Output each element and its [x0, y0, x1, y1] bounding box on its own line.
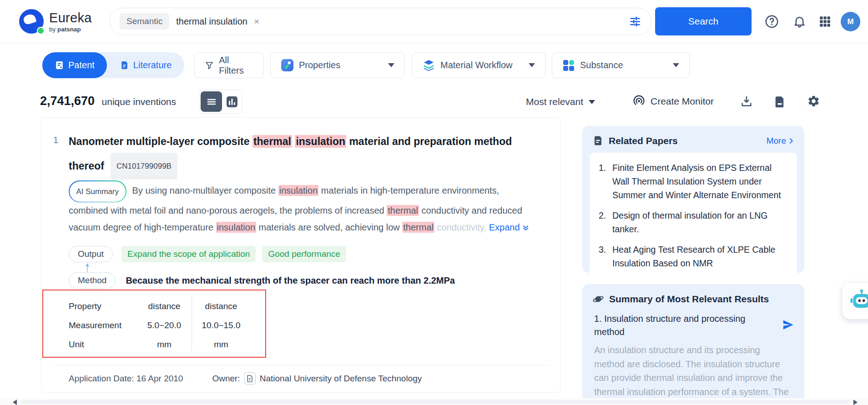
related-papers-doc-icon — [592, 135, 604, 146]
properties-label: Properties — [299, 60, 340, 70]
sort-caret-icon — [589, 100, 595, 104]
monitor-radar-icon — [632, 95, 646, 108]
apps-grid-icon — [819, 15, 831, 28]
save-card-icon — [773, 95, 786, 108]
download-icon — [740, 95, 753, 108]
property-table-highlight-box: Property distance distance Measurement 5… — [42, 290, 266, 358]
tab-patent[interactable]: Patent — [42, 52, 107, 78]
highlight-thermal: thermal — [252, 135, 292, 148]
tab-literature-label: Literature — [133, 60, 172, 70]
create-monitor-label: Create Monitor — [651, 96, 714, 107]
brand-byline: by patsnap — [49, 26, 92, 33]
chevron-right-icon — [788, 138, 794, 144]
properties-dropdown[interactable]: Properties — [270, 52, 405, 78]
help-button[interactable] — [764, 14, 779, 29]
top-bar: Eureka by patsnap Semantic thermal insul… — [0, 0, 868, 43]
funnel-icon — [205, 60, 214, 70]
ai-summary: AI SummaryBy using nano-multilayer compo… — [69, 180, 530, 236]
literature-doc-icon — [120, 60, 129, 70]
list-view-icon — [206, 96, 217, 107]
substance-caret-icon — [673, 63, 679, 67]
planet-icon — [592, 293, 604, 305]
output-pill[interactable]: Output — [69, 246, 113, 262]
results-count-label: unique inventions — [102, 96, 176, 107]
search-input[interactable]: Semantic thermal insulation × — [109, 8, 651, 35]
scrollbar-thumb[interactable] — [21, 400, 850, 404]
scroll-right-arrow[interactable] — [853, 400, 858, 405]
save-results-button[interactable] — [773, 95, 786, 108]
notifications-button[interactable] — [792, 15, 807, 29]
tab-literature[interactable]: Literature — [107, 60, 185, 70]
substance-icon — [562, 59, 575, 72]
apps-grid-button[interactable] — [819, 15, 831, 28]
sort-label: Most relevant — [526, 96, 583, 107]
chart-view-icon — [226, 96, 238, 108]
table-row: Measurement 5.0~20.0 10.0~15.0 — [43, 316, 265, 335]
list-view-button[interactable] — [201, 91, 222, 112]
brand-name: Eureka — [49, 10, 92, 25]
method-row: Method Because the mechanical strength o… — [69, 272, 455, 289]
patent-number-badge[interactable]: CN101799099B — [111, 153, 177, 180]
view-mode-toggle — [199, 90, 242, 114]
robot-icon — [849, 288, 868, 314]
help-icon — [764, 14, 779, 29]
method-text: Because the mechanical strength of the s… — [126, 275, 455, 286]
results-count: 2,741,670 unique inventions — [40, 94, 176, 108]
patent-title-link[interactable]: Nanometer multiple-layer composite therm… — [69, 130, 521, 180]
export-button[interactable] — [740, 95, 753, 108]
scroll-left-arrow[interactable] — [13, 400, 17, 405]
result-type-toggle: Patent Literature — [42, 52, 184, 78]
search-query[interactable]: thermal insulation — [176, 16, 247, 27]
related-papers-title: Related Papers — [609, 135, 678, 146]
ai-summary-badge: AI Summary — [69, 180, 126, 202]
owner-name-link[interactable]: National University of Defense Technolog… — [260, 374, 422, 384]
table-row: Unit mm mm — [43, 335, 265, 354]
create-monitor-button[interactable]: Create Monitor — [632, 95, 714, 108]
highlight-insulation: insulation — [295, 135, 346, 148]
clear-query-icon[interactable]: × — [254, 16, 259, 27]
related-papers-more-link[interactable]: More — [767, 136, 794, 146]
substance-dropdown[interactable]: Substance — [552, 52, 690, 78]
summary-panel: Summary of Most Relevant Results 1. Insu… — [582, 284, 804, 405]
material-workflow-caret-icon — [529, 63, 535, 67]
material-workflow-dropdown[interactable]: Material Workflow — [412, 52, 545, 78]
patent-doc-icon — [55, 60, 64, 70]
table-column-divider — [192, 296, 192, 351]
semantic-tag[interactable]: Semantic — [120, 13, 169, 30]
settings-button[interactable] — [807, 95, 820, 108]
patent-result-card: 1 Nanometer multiple-layer composite the… — [41, 117, 561, 393]
paper-item[interactable]: 2. Design of thermal insulation for an L… — [599, 209, 788, 236]
all-filters-button[interactable]: All Filters — [194, 52, 264, 78]
related-papers-list: 1. Finite Element Analysis on EPS Extern… — [590, 153, 797, 280]
horizontal-scrollbar[interactable] — [0, 398, 868, 405]
search-button[interactable]: Search — [655, 7, 752, 35]
material-workflow-icon — [422, 59, 435, 72]
sliders-icon — [629, 15, 641, 28]
company-icon — [244, 372, 256, 385]
chart-view-button[interactable] — [222, 96, 242, 108]
all-filters-label: All Filters — [219, 55, 253, 76]
bell-icon — [792, 15, 807, 29]
gear-icon — [807, 95, 820, 108]
advanced-filter-button[interactable] — [629, 15, 641, 28]
method-pill[interactable]: Method — [69, 272, 116, 289]
output-row: Output Expand the scope of application G… — [69, 246, 346, 262]
properties-icon — [281, 59, 294, 72]
table-row: Property distance distance — [43, 297, 265, 316]
expand-summary-link[interactable]: Expand — [489, 222, 529, 232]
output-tag[interactable]: Good performance — [262, 246, 346, 262]
chat-assistant-widget[interactable] — [843, 283, 868, 319]
property-table: Property distance distance Measurement 5… — [43, 297, 265, 354]
send-icon — [782, 319, 794, 331]
output-tag[interactable]: Expand the scope of application — [121, 246, 256, 262]
user-avatar[interactable]: M — [841, 12, 860, 31]
related-papers-panel: Related Papers More 1. Finite Element An… — [582, 126, 804, 273]
card-footer: Application Date: 16 Apr 2010 Owner: Nat… — [69, 372, 422, 385]
paper-item[interactable]: 3. Heat Aging Test Research of XLPE Cabl… — [599, 243, 788, 270]
paper-item[interactable]: 1. Finite Element Analysis on EPS Extern… — [599, 161, 788, 202]
send-button[interactable] — [782, 319, 794, 339]
summary-item-title[interactable]: 1. Insulation structure and processing m… — [594, 312, 749, 339]
sort-dropdown[interactable]: Most relevant — [526, 96, 595, 107]
material-workflow-label: Material Workflow — [440, 60, 513, 70]
eureka-logo[interactable]: Eureka by patsnap — [19, 9, 92, 34]
